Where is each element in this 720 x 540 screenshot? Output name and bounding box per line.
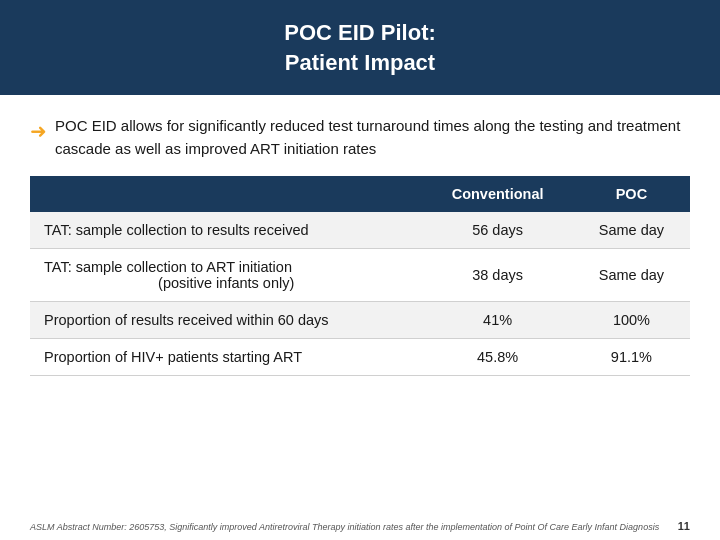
slide-header: POC EID Pilot: Patient Impact [0,0,720,95]
col-header-poc: POC [573,176,690,212]
cell-poc: 100% [573,302,690,339]
cell-poc: 91.1% [573,339,690,376]
footer-citation: ASLM Abstract Number: 2605753, Significa… [30,522,668,532]
header-line2: Patient Impact [285,50,435,75]
slide-content: ➜ POC EID allows for significantly reduc… [0,95,720,514]
col-header-conventional: Conventional [422,176,572,212]
cell-label: Proportion of HIV+ patients starting ART [30,339,422,376]
bullet-text: POC EID allows for significantly reduced… [55,115,690,160]
slide-footer: ASLM Abstract Number: 2605753, Significa… [0,514,720,540]
cell-conventional: 56 days [422,212,572,249]
table-row: Proportion of HIV+ patients starting ART… [30,339,690,376]
slide: POC EID Pilot: Patient Impact ➜ POC EID … [0,0,720,540]
arrow-icon: ➜ [30,116,47,146]
cell-conventional: 45.8% [422,339,572,376]
cell-label: TAT: sample collection to ART initiation… [30,249,422,302]
table-row: TAT: sample collection to ART initiation… [30,249,690,302]
table-header-row: Conventional POC [30,176,690,212]
bullet-point: ➜ POC EID allows for significantly reduc… [30,115,690,160]
cell-conventional: 41% [422,302,572,339]
data-table: Conventional POC TAT: sample collection … [30,176,690,376]
col-header-label [30,176,422,212]
table-row: Proportion of results received within 60… [30,302,690,339]
header-line1: POC EID Pilot: [284,20,436,45]
cell-poc: Same day [573,249,690,302]
cell-conventional: 38 days [422,249,572,302]
cell-label: Proportion of results received within 60… [30,302,422,339]
table-row: TAT: sample collection to results receiv… [30,212,690,249]
page-number: 11 [678,520,690,532]
cell-label: TAT: sample collection to results receiv… [30,212,422,249]
cell-poc: Same day [573,212,690,249]
